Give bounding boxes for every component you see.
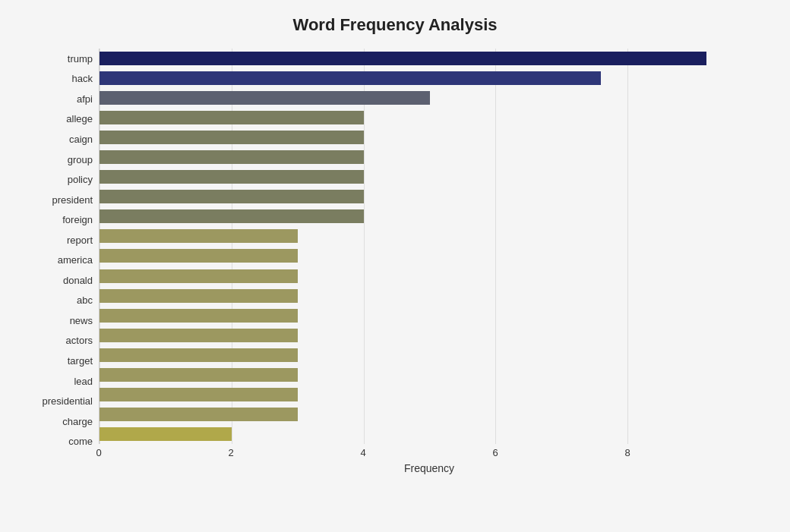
bar-row: [100, 228, 760, 244]
bar-row: [100, 327, 760, 344]
bar-row: [100, 426, 760, 442]
bar: [100, 170, 364, 184]
chart-container: Word Frequency Analysis trumphackafpiall…: [0, 0, 790, 532]
y-label: presidential: [43, 393, 93, 410]
grid-line: [100, 49, 100, 444]
bar-row: [100, 247, 760, 264]
bar: [100, 209, 364, 223]
y-label: abc: [77, 292, 93, 309]
x-tick: 8: [620, 447, 635, 458]
bar-row: [100, 307, 760, 324]
bar-row: [100, 129, 760, 146]
bar-row: [100, 70, 760, 87]
bar: [100, 150, 364, 164]
y-label: hack: [72, 71, 93, 87]
bar-row: [100, 347, 760, 364]
y-label: president: [52, 191, 93, 208]
bar: [100, 91, 430, 105]
x-tick: 4: [356, 447, 371, 458]
y-label: trump: [68, 50, 93, 67]
y-label: news: [70, 312, 93, 329]
y-label: come: [68, 433, 93, 450]
bar: [100, 388, 298, 401]
bars-container: [99, 49, 760, 444]
bar-row: [100, 188, 760, 205]
bar: [100, 71, 601, 85]
x-axis-wrapper: 02468 Frequency: [99, 444, 760, 474]
bar: [100, 131, 364, 144]
x-tick: 0: [91, 447, 106, 458]
x-tick: 6: [488, 447, 503, 458]
y-label: actors: [66, 332, 93, 349]
bar: [100, 427, 232, 441]
y-label: group: [68, 151, 93, 168]
bar-row: [100, 168, 760, 185]
bar-row: [100, 367, 760, 383]
y-label: donald: [63, 272, 93, 288]
bar-row: [100, 90, 760, 106]
bar: [100, 111, 364, 124]
bar: [100, 249, 298, 263]
y-label: afpi: [77, 90, 93, 107]
y-axis: trumphackafpiallegecaigngrouppolicypresi…: [30, 49, 99, 474]
bar: [100, 229, 298, 243]
plot-area: 02468 Frequency: [99, 49, 760, 474]
bar-row: [100, 109, 760, 126]
x-axis: 02468: [99, 444, 760, 459]
bar-row: [100, 50, 760, 67]
bar-row: [100, 288, 760, 304]
y-label: report: [67, 231, 93, 248]
bar: [100, 309, 298, 323]
bar: [100, 269, 298, 283]
bar-row: [100, 406, 760, 423]
bar: [100, 329, 298, 342]
x-axis-label: Frequency: [99, 462, 760, 474]
y-label: allege: [66, 111, 93, 127]
y-label: charge: [62, 413, 93, 430]
bar-row: [100, 386, 760, 403]
chart-title: Word Frequency Analysis: [30, 15, 760, 35]
bar: [100, 408, 298, 421]
bar-row: [100, 268, 760, 285]
grid-line: [627, 49, 628, 444]
bar: [100, 52, 706, 65]
grid-line: [495, 49, 496, 444]
y-label: policy: [68, 172, 93, 188]
y-label: caign: [69, 131, 93, 147]
bar-row: [100, 149, 760, 165]
y-label: target: [68, 352, 93, 369]
bar: [100, 190, 364, 203]
grid-line: [364, 49, 365, 444]
grid-line: [232, 49, 232, 444]
y-label: america: [58, 252, 93, 269]
bar: [100, 289, 298, 303]
y-label: lead: [74, 373, 93, 389]
bar: [100, 348, 298, 362]
bar: [100, 368, 298, 382]
y-label: foreign: [62, 212, 93, 228]
bar-row: [100, 208, 760, 225]
x-tick: 2: [223, 447, 239, 458]
chart-area: trumphackafpiallegecaigngrouppolicypresi…: [30, 49, 760, 474]
